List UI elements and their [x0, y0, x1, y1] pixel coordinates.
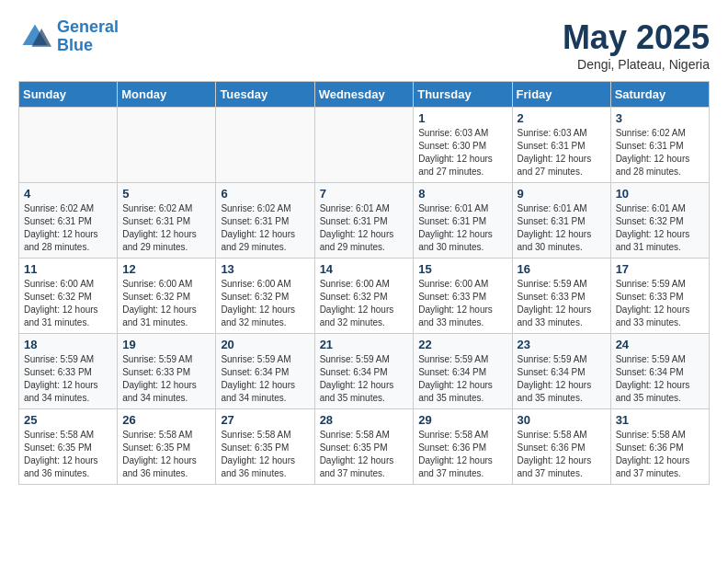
cell-content: Daylight: 12 hours	[320, 379, 409, 392]
calendar-cell: 27Sunrise: 5:58 AMSunset: 6:35 PMDayligh…	[216, 409, 314, 485]
cell-content: Sunset: 6:36 PM	[616, 442, 704, 454]
cell-content: Daylight: 12 hours	[616, 304, 704, 316]
cell-content: Sunset: 6:31 PM	[616, 140, 704, 153]
cell-content: Sunrise: 6:00 AM	[221, 278, 309, 291]
calendar-cell: 23Sunrise: 5:59 AMSunset: 6:34 PMDayligh…	[512, 334, 610, 409]
cell-content: Daylight: 12 hours	[24, 454, 112, 467]
day-number: 23	[518, 338, 606, 351]
calendar-cell	[216, 108, 314, 183]
cell-content: Sunrise: 5:59 AM	[24, 353, 112, 366]
day-number: 29	[418, 413, 506, 427]
day-number: 16	[518, 262, 606, 276]
cell-content: Daylight: 12 hours	[418, 379, 506, 392]
cell-content: and 35 minutes.	[320, 392, 409, 405]
cell-content: Sunrise: 5:59 AM	[418, 353, 506, 366]
cell-content: Sunrise: 5:58 AM	[518, 429, 606, 442]
cell-content: Sunrise: 5:59 AM	[616, 353, 704, 366]
col-header-friday: Friday	[512, 82, 610, 108]
cell-content: Daylight: 12 hours	[418, 228, 506, 241]
cell-content: Sunset: 6:33 PM	[418, 291, 506, 304]
cell-content: Sunset: 6:31 PM	[320, 215, 409, 228]
cell-content: and 28 minutes.	[24, 241, 112, 254]
cell-content: Sunset: 6:33 PM	[122, 366, 210, 379]
cell-content: Sunset: 6:33 PM	[24, 366, 112, 379]
cell-content: Sunrise: 6:01 AM	[616, 202, 704, 215]
day-number: 10	[616, 187, 704, 201]
cell-content: Sunrise: 5:58 AM	[616, 429, 704, 442]
calendar-cell: 5Sunrise: 6:02 AMSunset: 6:31 PMDaylight…	[118, 183, 216, 259]
cell-content: Daylight: 12 hours	[418, 454, 506, 467]
cell-content: and 33 minutes.	[616, 316, 704, 329]
logo: General Blue	[18, 18, 119, 55]
cell-content: and 31 minutes.	[24, 316, 112, 329]
cell-content: Sunrise: 6:01 AM	[418, 202, 506, 215]
cell-content: Sunset: 6:35 PM	[320, 442, 409, 454]
cell-content: Daylight: 12 hours	[221, 228, 309, 241]
day-number: 31	[616, 413, 704, 427]
cell-content: and 36 minutes.	[221, 467, 309, 480]
col-header-thursday: Thursday	[414, 82, 512, 108]
logo-general: General	[57, 17, 119, 36]
calendar-cell	[314, 108, 414, 183]
cell-content: Sunrise: 5:58 AM	[24, 429, 112, 442]
cell-content: Daylight: 12 hours	[320, 454, 409, 467]
day-number: 12	[122, 262, 210, 276]
cell-content: Daylight: 12 hours	[518, 228, 606, 241]
calendar-cell: 8Sunrise: 6:01 AMSunset: 6:31 PMDaylight…	[414, 183, 512, 259]
cell-content: Daylight: 12 hours	[518, 153, 606, 166]
cell-content: and 34 minutes.	[221, 392, 309, 405]
calendar-cell: 15Sunrise: 6:00 AMSunset: 6:33 PMDayligh…	[414, 259, 512, 334]
location: Dengi, Plateau, Nigeria	[563, 57, 710, 72]
day-number: 6	[221, 187, 309, 201]
calendar-week-2: 4Sunrise: 6:02 AMSunset: 6:31 PMDaylight…	[19, 183, 710, 259]
cell-content: Daylight: 12 hours	[320, 228, 409, 241]
cell-content: Sunset: 6:33 PM	[616, 291, 704, 304]
cell-content: Sunset: 6:32 PM	[122, 291, 210, 304]
calendar-table: SundayMondayTuesdayWednesdayThursdayFrid…	[18, 81, 710, 485]
calendar-cell: 14Sunrise: 6:00 AMSunset: 6:32 PMDayligh…	[314, 259, 414, 334]
day-number: 4	[24, 187, 112, 201]
cell-content: and 36 minutes.	[24, 467, 112, 480]
cell-content: and 30 minutes.	[418, 241, 506, 254]
cell-content: Daylight: 12 hours	[24, 379, 112, 392]
cell-content: Sunset: 6:35 PM	[221, 442, 309, 454]
day-number: 28	[320, 413, 409, 427]
cell-content: Daylight: 12 hours	[616, 228, 704, 241]
day-number: 30	[518, 413, 606, 427]
calendar-week-3: 11Sunrise: 6:00 AMSunset: 6:32 PMDayligh…	[19, 259, 710, 334]
day-number: 25	[24, 413, 112, 427]
calendar-cell: 3Sunrise: 6:02 AMSunset: 6:31 PMDaylight…	[610, 108, 709, 183]
cell-content: Sunrise: 5:58 AM	[221, 429, 309, 442]
cell-content: Sunrise: 5:59 AM	[518, 353, 606, 366]
calendar-cell: 2Sunrise: 6:03 AMSunset: 6:31 PMDaylight…	[512, 108, 610, 183]
cell-content: and 31 minutes.	[122, 316, 210, 329]
cell-content: Daylight: 12 hours	[518, 379, 606, 392]
cell-content: Sunrise: 5:58 AM	[418, 429, 506, 442]
cell-content: Sunset: 6:31 PM	[518, 215, 606, 228]
col-header-wednesday: Wednesday	[314, 82, 414, 108]
cell-content: and 34 minutes.	[24, 392, 112, 405]
logo-icon	[18, 20, 51, 53]
cell-content: and 29 minutes.	[221, 241, 309, 254]
calendar-cell: 13Sunrise: 6:00 AMSunset: 6:32 PMDayligh…	[216, 259, 314, 334]
day-number: 19	[122, 338, 210, 351]
cell-content: and 30 minutes.	[518, 241, 606, 254]
cell-content: Sunrise: 5:59 AM	[616, 278, 704, 291]
cell-content: and 35 minutes.	[518, 392, 606, 405]
calendar-cell: 7Sunrise: 6:01 AMSunset: 6:31 PMDaylight…	[314, 183, 414, 259]
cell-content: Daylight: 12 hours	[221, 304, 309, 316]
calendar-cell: 26Sunrise: 5:58 AMSunset: 6:35 PMDayligh…	[118, 409, 216, 485]
day-number: 14	[320, 262, 409, 276]
cell-content: Daylight: 12 hours	[518, 454, 606, 467]
cell-content: Daylight: 12 hours	[320, 304, 409, 316]
calendar-cell	[118, 108, 216, 183]
cell-content: Daylight: 12 hours	[24, 228, 112, 241]
cell-content: Daylight: 12 hours	[122, 304, 210, 316]
calendar-cell: 17Sunrise: 5:59 AMSunset: 6:33 PMDayligh…	[610, 259, 709, 334]
cell-content: Sunrise: 6:02 AM	[24, 202, 112, 215]
day-number: 20	[221, 338, 309, 351]
cell-content: Sunset: 6:34 PM	[518, 366, 606, 379]
cell-content: and 37 minutes.	[616, 467, 704, 480]
cell-content: and 28 minutes.	[616, 166, 704, 178]
calendar-cell: 29Sunrise: 5:58 AMSunset: 6:36 PMDayligh…	[414, 409, 512, 485]
